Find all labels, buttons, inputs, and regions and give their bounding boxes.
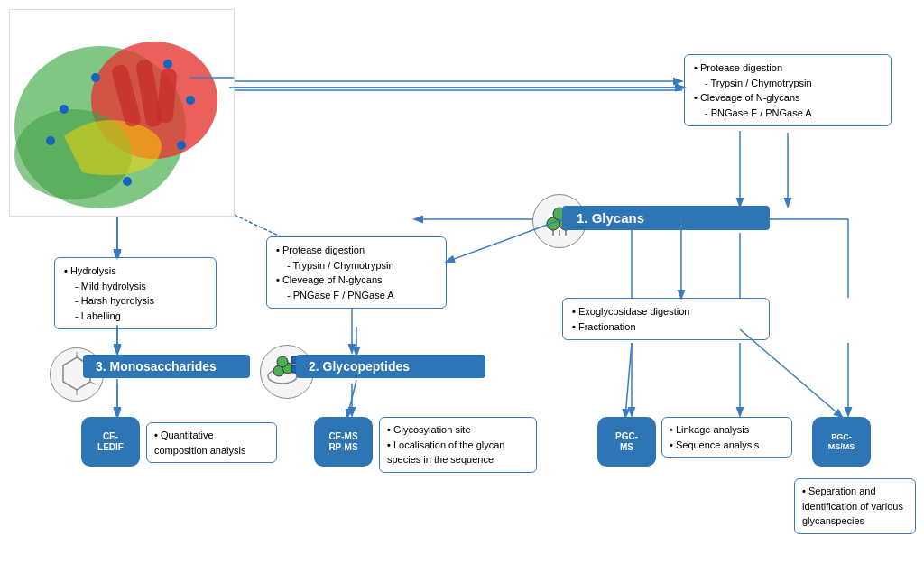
protein-image: [9, 9, 235, 217]
exogly-box: Exoglycosidase digestion Fractionation: [562, 298, 770, 340]
output-box-3: Linkage analysis Sequence analysis: [661, 417, 792, 458]
hydro-item-3: Harsh hydrolysis: [64, 293, 207, 309]
monosaccharides-banner: 3. Monosaccharides: [83, 355, 250, 378]
pro2-item-3: Cleveage of N-glycans: [276, 273, 437, 288]
glycans-number: 1.: [577, 210, 588, 226]
svg-point-30: [177, 141, 186, 150]
workflow-diagram: Protease digestion Trypsin / Chymotrypsi…: [0, 0, 924, 564]
output2-item1: Glycosylation site: [387, 422, 529, 438]
glycans-banner: 1. Glycans: [562, 206, 770, 230]
top-item-2: Trypsin / Chymotrypsin: [694, 76, 882, 91]
svg-point-31: [186, 96, 195, 105]
top-item-1: Protease digestion: [694, 60, 882, 76]
pgc-ms-label: PGC- MS: [597, 417, 656, 467]
svg-point-28: [46, 136, 55, 145]
output-box-2: Glycosylation site Localisation of the g…: [379, 417, 537, 473]
output-box-4: Separation and identification of various…: [794, 478, 916, 534]
glycopeptides-banner: 2. Glycopeptides: [296, 355, 485, 378]
hydro-item-2: Mild hydrolysis: [64, 279, 207, 294]
svg-line-45: [90, 382, 96, 384]
svg-line-60: [347, 380, 356, 417]
output4-item1: Separation and identification of various…: [802, 484, 908, 529]
hydrolysis-box: Hydrolysis Mild hydrolysis Harsh hydroly…: [54, 257, 217, 329]
output1-item1: Quantitative composition analysis: [154, 428, 269, 458]
svg-point-26: [91, 73, 100, 82]
glycans-label: Glycans: [592, 210, 644, 226]
output-box-1: Quantitative composition analysis: [146, 422, 277, 463]
hydro-item-1: Hydrolysis: [64, 264, 207, 279]
hydro-item-4: Labelling: [64, 309, 207, 324]
pgc-msms-label: PGC- MS/MS: [812, 417, 871, 467]
glyco-number: 2.: [309, 359, 319, 374]
output2-item2: Localisation of the glycan species in th…: [387, 438, 529, 467]
mono-number: 3.: [96, 359, 106, 374]
ce-ledif-label: CE- LEDIF: [81, 417, 140, 467]
svg-line-57: [740, 329, 842, 417]
pro2-item-2: Trypsin / Chymotrypsin: [276, 258, 437, 273]
pro2-item-4: PNGase F / PNGase A: [276, 288, 437, 303]
glyco-label: Glycopeptides: [323, 359, 410, 374]
output3-item2: Sequence analysis: [670, 438, 784, 453]
protease2-box: Protease digestion Trypsin / Chymotrypsi…: [266, 236, 447, 309]
svg-point-27: [60, 105, 69, 114]
svg-line-56: [625, 343, 632, 417]
top-info-box: Protease digestion Trypsin / Chymotrypsi…: [684, 54, 892, 126]
top-item-3: Cleveage of N-glycans: [694, 90, 882, 106]
ce-ms-label: CE-MS RP-MS: [314, 417, 373, 467]
svg-point-32: [163, 60, 172, 69]
svg-point-29: [123, 177, 132, 186]
svg-point-50: [277, 356, 288, 367]
output3-item1: Linkage analysis: [670, 422, 784, 438]
pro2-item-1: Protease digestion: [276, 243, 437, 258]
mono-label: Monosaccharides: [110, 359, 217, 374]
exogly-item-1: Exoglycosidase digestion: [572, 304, 760, 319]
exogly-item-2: Fractionation: [572, 319, 760, 335]
top-item-4: PNGase F / PNGase A: [694, 106, 882, 121]
